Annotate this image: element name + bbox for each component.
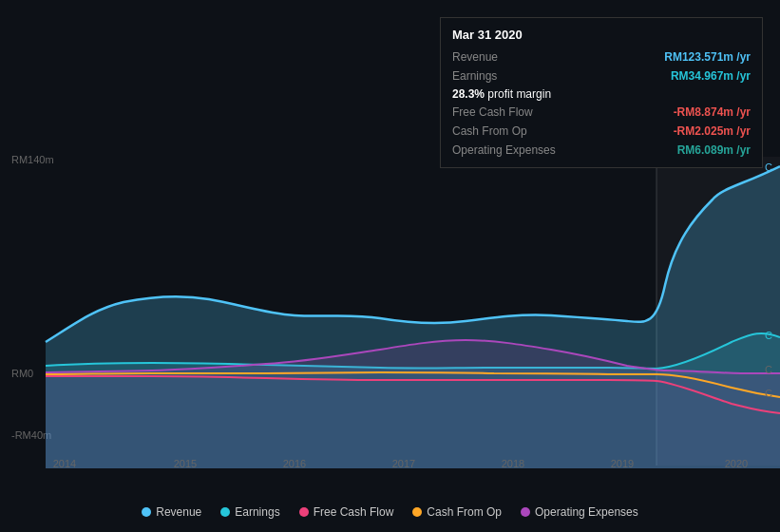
legend-label-cfo: Cash From Op: [427, 505, 502, 519]
tooltip-row-opex: Operating Expenses RM6.089m /yr: [441, 141, 762, 160]
tooltip-label-earnings: Earnings: [452, 69, 497, 83]
legend-item-revenue[interactable]: Revenue: [142, 505, 201, 519]
svg-text:RM140m: RM140m: [11, 154, 54, 165]
legend-dot-opex: [521, 507, 530, 517]
tooltip-box: Mar 31 2020 Revenue RM123.571m /yr Earni…: [440, 17, 763, 168]
legend-dot-fcf: [299, 507, 309, 517]
legend-dot-revenue: [142, 507, 151, 517]
tooltip-row-cfo: Cash From Op -RM2.025m /yr: [441, 122, 762, 141]
svg-text:RM0: RM0: [11, 368, 33, 379]
tooltip-label-fcf: Free Cash Flow: [452, 105, 533, 119]
chart-legend: Revenue Earnings Free Cash Flow Cash Fro…: [0, 505, 780, 519]
legend-label-fcf: Free Cash Flow: [314, 505, 394, 519]
svg-text:C: C: [765, 364, 772, 375]
svg-text:2017: 2017: [392, 458, 415, 469]
svg-text:2015: 2015: [174, 458, 197, 469]
svg-text:2016: 2016: [283, 458, 306, 469]
legend-dot-cfo: [412, 507, 422, 517]
legend-item-opex[interactable]: Operating Expenses: [521, 505, 638, 519]
tooltip-title: Mar 31 2020: [441, 26, 762, 48]
tooltip-row-earnings: Earnings RM34.967m /yr: [441, 66, 762, 86]
svg-text:C: C: [765, 162, 772, 173]
tooltip-value-opex: RM6.089m /yr: [677, 143, 751, 157]
legend-label-revenue: Revenue: [156, 505, 201, 519]
legend-label-earnings: Earnings: [235, 505, 279, 519]
tooltip-label-opex: Operating Expenses: [452, 143, 556, 157]
legend-dot-earnings: [220, 507, 230, 517]
legend-item-cfo[interactable]: Cash From Op: [412, 505, 502, 519]
tooltip-label-revenue: Revenue: [452, 50, 498, 64]
tooltip-label-cfo: Cash From Op: [452, 124, 527, 138]
tooltip-profit-margin: 28.3% profit margin: [441, 86, 762, 103]
tooltip-row-fcf: Free Cash Flow -RM8.874m /yr: [441, 103, 762, 122]
svg-text:C: C: [765, 330, 772, 341]
chart-container: Mar 31 2020 Revenue RM123.571m /yr Earni…: [0, 0, 780, 532]
tooltip-value-earnings: RM34.967m /yr: [671, 69, 751, 83]
svg-text:2019: 2019: [611, 458, 634, 469]
svg-text:-RM40m: -RM40m: [11, 429, 51, 441]
legend-item-fcf[interactable]: Free Cash Flow: [299, 505, 394, 519]
svg-text:2020: 2020: [725, 458, 748, 469]
svg-text:C: C: [765, 388, 772, 399]
tooltip-value-revenue: RM123.571m /yr: [664, 50, 751, 64]
tooltip-value-cfo: -RM2.025m /yr: [674, 124, 751, 138]
legend-label-opex: Operating Expenses: [535, 505, 638, 519]
tooltip-row-revenue: Revenue RM123.571m /yr: [441, 48, 762, 66]
svg-text:2014: 2014: [53, 458, 76, 469]
tooltip-value-fcf: -RM8.874m /yr: [674, 105, 751, 119]
legend-item-earnings[interactable]: Earnings: [220, 505, 279, 519]
svg-text:2018: 2018: [502, 458, 524, 469]
